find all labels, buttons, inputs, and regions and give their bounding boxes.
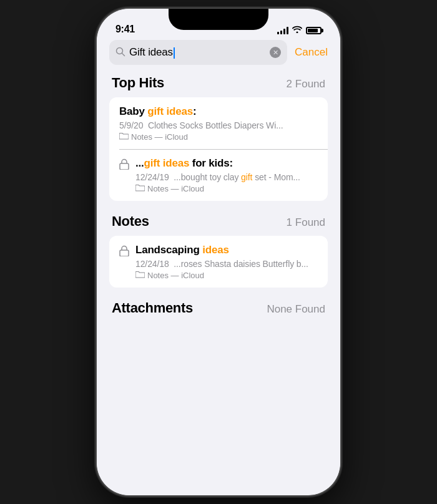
status-icons	[277, 26, 322, 35]
cursor	[174, 47, 175, 59]
highlight-2b: gift	[241, 172, 252, 182]
highlight-1: gift ideas	[147, 105, 193, 117]
search-query-text: Gift ideas	[129, 46, 173, 58]
search-input-wrapper[interactable]: Gift ideas ✕	[109, 40, 287, 65]
phone-body: 9:41	[97, 9, 340, 495]
screen: 9:41	[97, 9, 340, 495]
status-time: 9:41	[115, 24, 135, 35]
lock-icon-2	[119, 158, 129, 172]
top-hits-title: Top Hits	[112, 75, 164, 91]
search-icon	[115, 47, 125, 59]
attachments-title: Attachments	[112, 300, 193, 316]
svg-line-1	[122, 53, 125, 56]
notes-result-meta-1: Notes — iCloud	[135, 271, 318, 280]
folder-icon-2	[135, 184, 145, 193]
result-title-2: ...gift ideas for kids:	[135, 157, 318, 170]
notes-section-header: Notes 1 Found	[112, 213, 325, 230]
result-content-2: ...gift ideas for kids: 12/24/19 ...boug…	[135, 157, 318, 193]
notes-result-title-1: Landscaping ideas	[135, 243, 318, 257]
search-query: Gift ideas	[129, 46, 266, 59]
notes-section-title: Notes	[112, 213, 149, 230]
signal-icon	[277, 27, 288, 34]
svg-rect-2	[120, 163, 129, 170]
folder-icon-1	[119, 132, 129, 142]
highlight-2a: gift ideas	[144, 157, 190, 169]
top-hits-header: Top Hits 2 Found	[112, 75, 325, 91]
notes-item-1[interactable]: Landscaping ideas 12/24/18 ...roses Shas…	[109, 236, 328, 288]
wifi-icon	[292, 26, 302, 35]
result-preview-1: 5/9/20 Clothes Socks Bottles Diapers Wi.…	[119, 120, 318, 130]
notes-result-meta-text-1: Notes — iCloud	[147, 271, 204, 280]
attachments-count: None Found	[267, 303, 325, 316]
notes-result-content-1: Landscaping ideas 12/24/18 ...roses Shas…	[135, 243, 318, 280]
notes-result-preview-1: 12/24/18 ...roses Shasta daisies Butterf…	[135, 259, 318, 269]
attachments-section-header: Attachments None Found	[112, 300, 325, 316]
top-hits-card: Baby gift ideas: 5/9/20 Clothes Socks Bo…	[109, 97, 328, 201]
result-meta-text-1: Notes — iCloud	[131, 132, 188, 142]
result-meta-2: Notes — iCloud	[135, 184, 318, 193]
result-meta-1: Notes — iCloud	[119, 132, 318, 142]
folder-icon-notes-1	[135, 271, 145, 280]
notch	[169, 9, 268, 30]
cancel-button[interactable]: Cancel	[295, 46, 328, 59]
notes-highlight-1: ideas	[202, 244, 228, 256]
top-hits-count: 2 Found	[287, 78, 325, 90]
result-title-1: Baby gift ideas:	[119, 105, 318, 119]
top-hit-item-2[interactable]: ...gift ideas for kids: 12/24/19 ...boug…	[109, 149, 328, 201]
clear-search-button[interactable]: ✕	[270, 47, 281, 58]
result-meta-text-2: Notes — iCloud	[147, 184, 204, 193]
battery-icon	[306, 27, 322, 34]
lock-icon-notes-1	[119, 245, 129, 259]
notes-section-count: 1 Found	[287, 216, 325, 229]
svg-rect-3	[120, 250, 129, 256]
content-area: Gift ideas ✕ Cancel Top Hits 2 Found B	[97, 40, 340, 316]
top-hit-item-1[interactable]: Baby gift ideas: 5/9/20 Clothes Socks Bo…	[109, 97, 328, 149]
notes-card: Landscaping ideas 12/24/18 ...roses Shas…	[109, 236, 328, 288]
result-preview-2: 12/24/19 ...bought toy clay gift set - M…	[135, 172, 318, 182]
phone-frame: 9:41	[0, 0, 437, 504]
search-bar-row: Gift ideas ✕ Cancel	[109, 40, 328, 65]
